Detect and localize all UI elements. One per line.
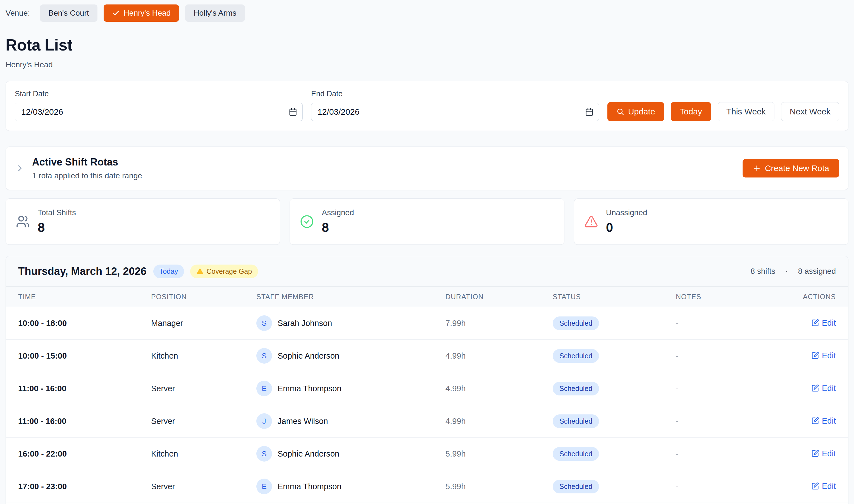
edit-icon	[811, 352, 819, 359]
update-button[interactable]: Update	[607, 102, 664, 121]
shifts-count: 8 shifts	[751, 267, 775, 276]
chevron-right-icon	[15, 163, 25, 173]
edit-label: Edit	[822, 384, 836, 393]
shift-position: Manager	[151, 319, 256, 328]
staff-name: James Wilson	[278, 417, 328, 426]
start-date-label: Start Date	[15, 90, 303, 98]
page-title: Rota List	[5, 36, 849, 54]
table-row: 10:00 - 18:00 Manager S Sarah Johnson 7.…	[6, 307, 848, 340]
users-icon	[16, 215, 30, 229]
shift-notes: -	[676, 352, 777, 361]
active-rotas-title: Active Shift Rotas	[32, 156, 142, 168]
edit-icon	[811, 482, 819, 490]
coverage-gap-label: Coverage Gap	[206, 267, 252, 275]
staff-name: Sophie Anderson	[278, 449, 339, 458]
day-title: Thursday, March 12, 2026	[18, 265, 146, 277]
next-week-button[interactable]: Next Week	[781, 102, 839, 121]
status-badge: Scheduled	[553, 480, 599, 493]
edit-button[interactable]: Edit	[811, 449, 836, 458]
edit-button[interactable]: Edit	[811, 319, 836, 328]
stat-label: Unassigned	[606, 208, 647, 217]
table-row: 17:00 - 23:00 Server E Emma Thompson 5.9…	[6, 470, 848, 503]
status-badge: Scheduled	[553, 317, 599, 330]
shift-position: Kitchen	[151, 352, 256, 361]
edit-icon	[811, 450, 819, 457]
venue-button-bens-court[interactable]: Ben's Court	[40, 4, 97, 22]
shift-notes: -	[676, 384, 777, 393]
this-week-button-label: This Week	[726, 107, 766, 116]
today-button[interactable]: Today	[671, 102, 711, 121]
calendar-icon[interactable]	[289, 108, 297, 116]
avatar: E	[256, 479, 272, 494]
shift-time: 11:00 - 16:00	[18, 384, 151, 393]
edit-label: Edit	[822, 449, 836, 458]
edit-button[interactable]: Edit	[811, 482, 836, 491]
shift-notes: -	[676, 417, 777, 426]
edit-label: Edit	[822, 416, 836, 426]
active-rotas-card: Active Shift Rotas 1 rota applied to thi…	[5, 146, 849, 190]
column-header-notes: NOTES	[676, 293, 777, 301]
create-new-rota-button[interactable]: Create New Rota	[743, 159, 839, 178]
edit-button[interactable]: Edit	[811, 384, 836, 393]
avatar: S	[256, 348, 272, 364]
venue-button-hollys-arms[interactable]: Holly's Arms	[185, 4, 245, 22]
edit-label: Edit	[822, 351, 836, 360]
status-badge: Scheduled	[553, 414, 599, 428]
edit-icon	[811, 319, 819, 327]
stat-value: 8	[38, 220, 76, 235]
end-date-input[interactable]	[311, 103, 599, 121]
coverage-gap-badge: Coverage Gap	[190, 265, 258, 278]
check-icon	[112, 9, 120, 17]
column-header-position: POSITION	[151, 293, 256, 301]
staff-name: Emma Thompson	[278, 384, 341, 393]
page-subtitle: Henry's Head	[5, 60, 849, 69]
active-rotas-subtitle: 1 rota applied to this date range	[32, 172, 142, 180]
stat-value: 0	[606, 220, 647, 235]
venue-bar: Venue: Ben's Court Henry's Head Holly's …	[5, 4, 849, 22]
venue-button-label: Henry's Head	[124, 8, 171, 18]
shift-position: Server	[151, 384, 256, 393]
day-counts: 8 shifts · 8 assigned	[751, 267, 836, 276]
alert-triangle-icon	[584, 215, 598, 229]
status-badge: Scheduled	[553, 447, 599, 461]
edit-button[interactable]: Edit	[811, 416, 836, 426]
shift-notes: -	[676, 482, 777, 491]
this-week-button[interactable]: This Week	[718, 102, 774, 121]
avatar: S	[256, 316, 272, 331]
table-row: 16:00 - 22:00 Kitchen S Sophie Anderson …	[6, 437, 848, 470]
day-shifts-card: Thursday, March 12, 2026 Today Coverage …	[5, 256, 849, 504]
shift-duration: 7.99h	[446, 319, 553, 328]
filter-buttons: Update Today This Week Next Week	[607, 102, 839, 121]
table-row: 10:00 - 15:00 Kitchen S Sophie Anderson …	[6, 340, 848, 372]
shift-position: Kitchen	[151, 449, 256, 458]
shift-time: 16:00 - 22:00	[18, 449, 151, 458]
avatar: S	[256, 446, 272, 462]
shift-time: 17:00 - 23:00	[18, 482, 151, 491]
table-row: 11:00 - 16:00 Server E Emma Thompson 4.9…	[6, 372, 848, 405]
plus-icon	[753, 164, 761, 173]
calendar-icon[interactable]	[585, 108, 593, 116]
today-button-label: Today	[680, 107, 702, 116]
column-header-time: TIME	[18, 293, 151, 301]
status-badge: Scheduled	[553, 349, 599, 363]
warning-icon	[196, 268, 204, 275]
stat-card-unassigned: Unassigned 0	[574, 198, 849, 245]
shift-duration: 4.99h	[446, 352, 553, 361]
stats-row: Total Shifts 8 Assigned 8 Unassigned 0	[5, 198, 849, 245]
shift-position: Server	[151, 417, 256, 426]
today-badge: Today	[153, 265, 184, 278]
edit-button[interactable]: Edit	[811, 351, 836, 360]
next-week-button-label: Next Week	[790, 107, 831, 116]
update-button-label: Update	[628, 107, 655, 116]
column-header-duration: DURATION	[446, 293, 553, 301]
venue-button-label: Ben's Court	[48, 8, 89, 18]
staff-name: Emma Thompson	[278, 482, 341, 491]
shift-time: 10:00 - 18:00	[18, 319, 151, 328]
shift-time: 10:00 - 15:00	[18, 352, 151, 361]
active-rotas-toggle[interactable]: Active Shift Rotas 1 rota applied to thi…	[15, 156, 142, 180]
shift-notes: -	[676, 449, 777, 458]
venue-button-henrys-head[interactable]: Henry's Head	[104, 4, 179, 22]
start-date-input[interactable]	[15, 103, 303, 121]
shift-duration: 5.99h	[446, 482, 553, 491]
create-new-rota-label: Create New Rota	[765, 164, 829, 173]
